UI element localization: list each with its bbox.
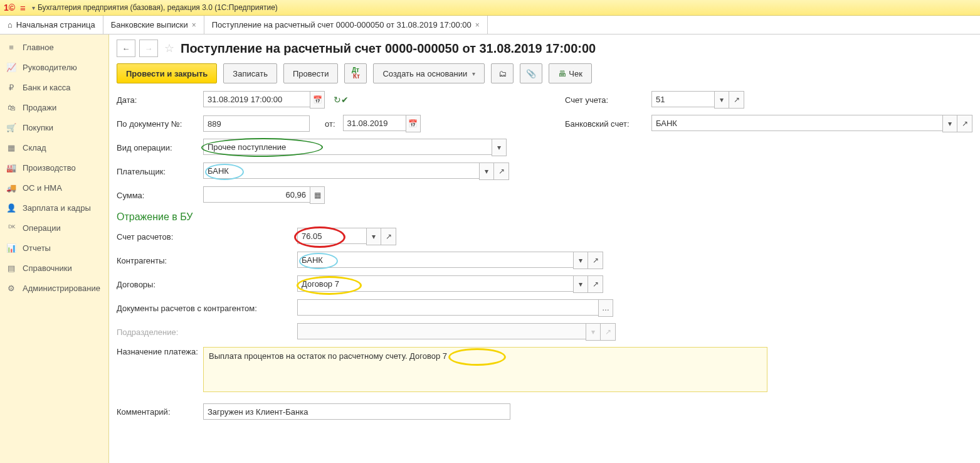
chevron-down-icon[interactable]: ▾ [479, 162, 494, 180]
sum-input[interactable]: 60,96 [203, 186, 310, 203]
sidebar-item-manager[interactable]: 📈Руководителю [0, 57, 108, 77]
open-icon[interactable]: ↗ [494, 162, 509, 180]
tab-receipt-document[interactable]: Поступление на расчетный счет 0000-00005… [204, 16, 488, 34]
main-menu-icon[interactable]: ≡ [20, 3, 26, 13]
sidebar-item-operations[interactable]: ᴰᴷОперации [0, 218, 108, 238]
contragents-input[interactable]: БАНК [297, 252, 573, 268]
favorite-star-icon[interactable]: ☆ [164, 41, 174, 55]
sidebar-item-label: Главное [23, 43, 54, 52]
calendar-icon[interactable]: 📅 [310, 91, 325, 109]
sidebar-item-assets[interactable]: 🚚ОС и НМА [0, 178, 108, 198]
sidebar-item-bank[interactable]: ₽Банк и касса [0, 77, 108, 97]
annotation-circle-blue [205, 164, 244, 180]
chevron-down-icon[interactable]: ▾ [573, 252, 588, 269]
bank-account-input[interactable]: БАНК [651, 115, 942, 131]
grid-icon: ▦ [6, 143, 16, 152]
annotation-circle-blue [299, 253, 338, 269]
label-comment: Комментарий: [117, 407, 198, 417]
tab-label: Банковские выписки [111, 20, 188, 29]
printer-icon: 🖶 [558, 69, 566, 78]
tab-home[interactable]: ⌂ Начальная страница [0, 16, 103, 34]
sidebar-item-label: Администрирование [23, 284, 100, 293]
account-input[interactable]: 51 [651, 91, 714, 107]
sidebar-item-warehouse[interactable]: ▦Склад [0, 137, 108, 157]
ellipsis-icon[interactable]: … [598, 299, 613, 317]
sidebar-item-label: Отчеты [23, 243, 51, 253]
list-icon: ▤ [6, 263, 16, 273]
label-op-type: Вид операции: [117, 143, 198, 152]
barchart-icon: 📊 [6, 243, 16, 253]
open-icon[interactable]: ↗ [957, 115, 972, 132]
comment-input[interactable]: Загружен из Клиент-Банка [203, 403, 510, 420]
payer-input[interactable]: БАНК [203, 162, 479, 179]
sidebar-item-catalogs[interactable]: ▤Справочники [0, 258, 108, 278]
purpose-value: Выплата процентов на остаток по расчетно… [209, 351, 447, 361]
chevron-down-icon: ▾ [586, 323, 601, 341]
tab-bar: ⌂ Начальная страница Банковские выписки … [0, 16, 980, 35]
calendar-icon[interactable]: 📅 [406, 115, 421, 132]
refresh-icon[interactable]: ↻✔ [334, 95, 349, 105]
chevron-down-icon[interactable]: ▾ [366, 228, 381, 245]
date-input[interactable]: 31.08.2019 17:00:00 [203, 91, 310, 107]
sidebar-item-label: ОС и НМА [23, 183, 62, 193]
sidebar-item-production[interactable]: 🏭Производство [0, 157, 108, 178]
contracts-input[interactable]: Договор 7 [297, 275, 573, 292]
open-icon: ↗ [601, 323, 616, 341]
ruble-icon: ₽ [6, 83, 16, 92]
sidebar-item-sales[interactable]: 🛍Продажи [0, 97, 108, 117]
post-button[interactable]: Провести [283, 63, 339, 83]
label-contracts: Договоры: [117, 280, 292, 289]
close-icon[interactable]: × [192, 21, 196, 29]
sidebar-item-label: Продажи [23, 103, 56, 112]
label-calc-account: Счет расчетов: [117, 232, 292, 242]
document-title: Поступление на расчетный счет 0000-00005… [181, 41, 596, 56]
open-icon[interactable]: ↗ [381, 228, 396, 245]
sidebar-item-purchases[interactable]: 🛒Покупки [0, 117, 108, 137]
factory-icon: 🏭 [6, 163, 16, 173]
create-based-button[interactable]: Создать на основании▾ [373, 63, 485, 83]
open-icon[interactable]: ↗ [588, 275, 603, 293]
docdate-input[interactable]: 31.08.2019 [343, 115, 406, 131]
chevron-down-icon[interactable]: ▾ [942, 115, 957, 132]
sidebar-item-reports[interactable]: 📊Отчеты [0, 238, 108, 258]
label-bank-account: Банковский счет: [565, 119, 646, 129]
write-button[interactable]: Записать [223, 63, 277, 83]
sidebar-item-main[interactable]: ≡Главное [0, 37, 108, 57]
btn-label: Создать на основании [382, 69, 467, 78]
chevron-down-icon[interactable]: ▾ [714, 91, 729, 109]
op-type-input[interactable]: Прочее поступление [203, 139, 492, 155]
settlement-docs-input[interactable] [297, 299, 598, 316]
annotation-circle-red [294, 226, 345, 248]
chevron-down-icon[interactable]: ▾ [492, 139, 507, 156]
close-icon[interactable]: × [475, 21, 480, 29]
calculator-icon[interactable]: ▦ [310, 186, 325, 204]
sidebar-item-label: Склад [23, 143, 46, 152]
cheque-button[interactable]: 🖶Чек [549, 63, 592, 83]
open-icon[interactable]: ↗ [588, 252, 603, 269]
section-sidebar: ≡Главное 📈Руководителю ₽Банк и касса 🛍Пр… [0, 35, 109, 463]
sidebar-item-payroll[interactable]: 👤Зарплата и кадры [0, 198, 108, 218]
label-account: Счет учета: [565, 95, 646, 105]
app-logo-1c: 1© [4, 3, 15, 13]
sidebar-item-admin[interactable]: ⚙Администрирование [0, 278, 108, 298]
nav-forward-button[interactable]: → [139, 40, 158, 57]
section-title-bu: Отражение в БУ [117, 211, 972, 223]
docno-input[interactable]: 889 [203, 115, 310, 132]
department-input [297, 323, 586, 339]
dropdown-icon[interactable]: ▾ [32, 4, 35, 11]
calc-account-input[interactable]: 76.05 [297, 228, 366, 244]
label-department: Подразделение: [117, 327, 292, 337]
chevron-down-icon[interactable]: ▾ [573, 275, 588, 293]
structure-button[interactable]: 🗂 [491, 63, 514, 83]
attach-button[interactable]: 📎 [520, 63, 542, 83]
label-contragents: Контрагенты: [117, 256, 292, 265]
app-titlebar: 1© ≡ ▾ Бухгалтерия предприятия (базовая)… [0, 0, 980, 16]
show-postings-button[interactable]: ДтКт [344, 63, 367, 83]
open-icon[interactable]: ↗ [729, 91, 744, 109]
nav-back-button[interactable]: ← [117, 40, 135, 57]
post-and-close-button[interactable]: Провести и закрыть [117, 63, 217, 83]
tab-bank-statements[interactable]: Банковские выписки × [103, 16, 204, 34]
sidebar-item-label: Справочники [23, 263, 72, 273]
truck-icon: 🚚 [6, 183, 16, 193]
purpose-textarea[interactable]: Выплата процентов на остаток по расчетно… [203, 347, 767, 392]
